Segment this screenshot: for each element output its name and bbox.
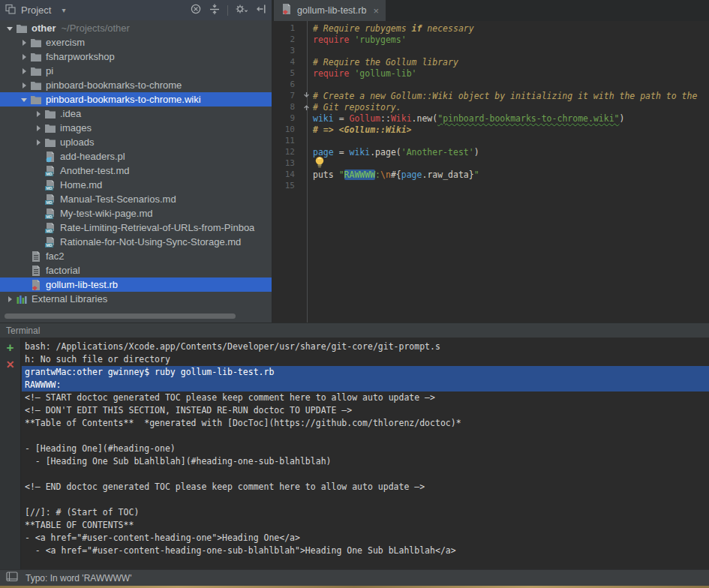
- chevron-right-icon[interactable]: [17, 80, 30, 92]
- tree-item-add-headers-pl[interactable]: add-headers.pl: [0, 149, 272, 164]
- horizontal-scrollbar[interactable]: [5, 314, 236, 319]
- line-number[interactable]: 1: [272, 23, 298, 33]
- line-number[interactable]: 3: [272, 46, 298, 56]
- terminal-header[interactable]: Terminal: [0, 322, 709, 338]
- chevron-right-icon[interactable]: [17, 37, 30, 49]
- tree-item-label: My-test-wiki-page.md: [60, 208, 153, 219]
- chevron-right-icon[interactable]: [3, 293, 16, 305]
- code-line-14[interactable]: 14puts "RAWWWW:\n#{page.raw_data}": [272, 169, 709, 180]
- md-file-icon: MD: [44, 208, 56, 220]
- tree-item-label: Rate-Limiting-Retrieval-of-URLs-from-Pin…: [60, 222, 254, 233]
- line-number[interactable]: 9: [272, 113, 298, 123]
- line-number[interactable]: 14: [272, 170, 298, 179]
- tree-item-gollum-lib-test-rb[interactable]: gollum-lib-test.rb: [0, 278, 272, 292]
- terminal-line: <!— START doctoc generated TOC please ke…: [22, 392, 709, 404]
- gear-icon[interactable]: [235, 3, 248, 18]
- code-line-10[interactable]: 10# => <Gollum::Wiki>: [272, 124, 709, 135]
- tree-item-my-test-wiki-page-md[interactable]: MDMy-test-wiki-page.md: [0, 206, 272, 220]
- code-line-2[interactable]: 2require 'rubygems': [272, 34, 709, 45]
- code-line-7[interactable]: 7# Create a new Gollum::Wiki object by i…: [272, 90, 709, 101]
- code-line-3[interactable]: 3: [272, 45, 709, 56]
- tree-item-label: fsharpworkshop: [46, 51, 115, 62]
- lightbulb-icon[interactable]: [314, 156, 325, 168]
- tool-window-toggle-icon[interactable]: [6, 572, 18, 585]
- terminal-toolbar: + ✕: [0, 338, 21, 569]
- tab-close-icon[interactable]: ×: [373, 6, 379, 16]
- code-line-5[interactable]: 5require 'gollum-lib': [272, 68, 709, 79]
- project-tree: other~/Projects/otherexercismfsharpworks…: [0, 21, 272, 306]
- tree-item-external-libraries[interactable]: External Libraries: [0, 292, 272, 306]
- tree-item-rate-limiting-retrieval-of-urls-from-pinboa[interactable]: MDRate-Limiting-Retrieval-of-URLs-from-P…: [0, 220, 272, 235]
- terminal-output[interactable]: bash: /Applications/Xcode.app/Contents/D…: [22, 338, 709, 569]
- code-text: page = wiki.page('Another-test'): [313, 147, 479, 158]
- project-panel-title: Project: [21, 4, 51, 16]
- chevron-right-icon[interactable]: [32, 136, 44, 148]
- code-text: wiki = Gollum::Wiki.new("pinboard-bookma…: [313, 113, 624, 124]
- code-line-1[interactable]: 1# Require rubygems if necessary: [272, 22, 709, 34]
- terminal-line: **TABLE OF CONTENTS**: [22, 519, 709, 532]
- code-line-4[interactable]: 4# Require the Gollum library: [272, 56, 709, 68]
- line-number[interactable]: 4: [272, 57, 298, 67]
- code-line-8[interactable]: 8# Git repository.: [272, 101, 709, 112]
- new-session-icon[interactable]: +: [7, 343, 14, 353]
- chevron-down-icon[interactable]: [3, 22, 16, 34]
- line-number[interactable]: 2: [272, 34, 298, 44]
- line-number[interactable]: 6: [272, 80, 298, 89]
- line-number[interactable]: 8: [272, 102, 298, 112]
- fold-marker-icon[interactable]: [298, 92, 313, 100]
- code-editor[interactable]: 1# Require rubygems if necessary2require…: [272, 21, 709, 322]
- chevron-right-icon[interactable]: [32, 108, 44, 120]
- tree-item-label: gollum-lib-test.rb: [46, 279, 118, 290]
- line-number[interactable]: 5: [272, 68, 298, 78]
- tree-item-images[interactable]: images: [0, 121, 272, 135]
- tree-item-factorial[interactable]: factorial: [0, 263, 272, 278]
- tree-item-uploads[interactable]: uploads: [0, 135, 272, 149]
- tab-gollum-lib-test[interactable]: gollum-lib-test.rb ×: [274, 0, 386, 21]
- tree-item-fsharpworkshop[interactable]: fsharpworkshop: [0, 50, 272, 64]
- fold-marker-icon[interactable]: [298, 103, 313, 111]
- line-number[interactable]: 10: [272, 124, 298, 134]
- code-line-12[interactable]: 12page = wiki.page('Another-test'): [272, 146, 709, 158]
- folder-icon: [44, 122, 56, 134]
- code-line-6[interactable]: 6: [272, 79, 709, 90]
- tree-item-label: Another-test.md: [60, 165, 130, 176]
- ruby-file-icon: [281, 3, 293, 18]
- line-number[interactable]: 15: [272, 181, 298, 190]
- line-number[interactable]: 11: [272, 136, 298, 146]
- tree-item-home-md[interactable]: MDHome.md: [0, 178, 272, 192]
- tree-item-pinboard-bookmarks-to-chrome-wiki[interactable]: pinboard-bookmarks-to-chrome.wiki: [0, 92, 272, 106]
- line-number[interactable]: 13: [272, 158, 298, 168]
- collapse-all-icon[interactable]: [209, 3, 221, 18]
- chevron-right-icon[interactable]: [17, 65, 30, 77]
- tree-item-exercism[interactable]: exercism: [0, 35, 272, 50]
- tree-item--idea[interactable]: .idea: [0, 106, 272, 121]
- tree-item-manual-test-scenarios-md[interactable]: MDManual-Test-Scenarios.md: [0, 192, 272, 206]
- terminal-line: h: No such file or directory: [22, 353, 709, 366]
- chevron-down-icon[interactable]: ▾: [62, 6, 65, 14]
- tree-item-pinboard-bookmarks-to-chrome[interactable]: pinboard-bookmarks-to-chrome: [0, 78, 272, 92]
- terminal-line: **Table of Contents** *generated with [D…: [22, 417, 709, 430]
- md-file-icon: MD: [44, 194, 56, 206]
- folder-icon: [16, 22, 28, 34]
- tree-item-rationale-for-not-using-sync-storage-md[interactable]: MDRationale-for-Not-Using-Sync-Storage.m…: [0, 235, 272, 249]
- perl-file-icon: [44, 151, 56, 163]
- tree-item-fac2[interactable]: fac2: [0, 249, 272, 263]
- chevron-down-icon[interactable]: [17, 94, 30, 106]
- code-line-13[interactable]: 13: [272, 158, 709, 169]
- tree-item-pi[interactable]: pi: [0, 64, 272, 78]
- close-session-icon[interactable]: ✕: [6, 360, 15, 369]
- line-number[interactable]: 12: [272, 147, 298, 157]
- tree-item-label: .idea: [60, 108, 81, 119]
- tree-item-another-test-md[interactable]: MDAnother-test.md: [0, 164, 272, 178]
- chevron-right-icon[interactable]: [32, 122, 44, 134]
- locate-icon[interactable]: [190, 3, 202, 18]
- line-number[interactable]: 7: [272, 91, 298, 100]
- tree-item-label: factorial: [46, 265, 80, 276]
- hide-panel-icon[interactable]: [255, 3, 267, 18]
- code-line-11[interactable]: 11: [272, 135, 709, 146]
- code-line-9[interactable]: 9wiki = Gollum::Wiki.new("pinboard-bookm…: [272, 112, 709, 124]
- chevron-right-icon[interactable]: [17, 51, 30, 63]
- code-line-15[interactable]: 15: [272, 180, 709, 191]
- tree-item-other[interactable]: other~/Projects/other: [0, 21, 272, 35]
- folder-icon: [30, 65, 42, 77]
